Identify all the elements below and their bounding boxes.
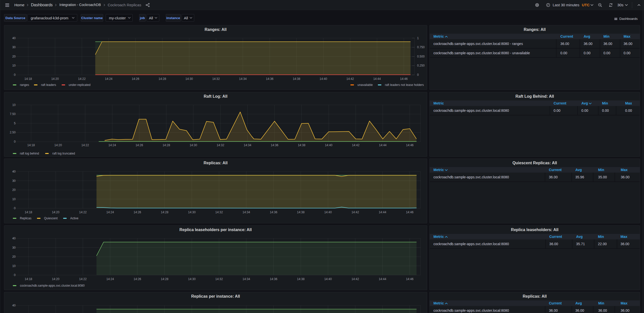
svg-text:20: 20 bbox=[12, 255, 16, 258]
svg-text:Metric: Metric bbox=[433, 34, 444, 38]
svg-text:0.500: 0.500 bbox=[417, 55, 425, 58]
svg-text:14:40: 14:40 bbox=[324, 277, 332, 281]
svg-text:Metric: Metric bbox=[433, 101, 444, 105]
svg-text:20: 20 bbox=[12, 188, 16, 192]
svg-text:0: 0 bbox=[14, 273, 16, 277]
svg-text:14:32: 14:32 bbox=[215, 211, 223, 214]
svg-text:14:40: 14:40 bbox=[324, 211, 332, 214]
svg-text:30: 30 bbox=[12, 45, 16, 49]
svg-text:0.750: 0.750 bbox=[417, 45, 425, 49]
svg-text:14:38: 14:38 bbox=[298, 143, 305, 147]
svg-text:14:20: 14:20 bbox=[51, 77, 59, 81]
svg-text:14:26: 14:26 bbox=[134, 211, 141, 214]
svg-text:raft leaders not lease holders: raft leaders not lease holders bbox=[385, 83, 424, 87]
svg-text:14:44: 14:44 bbox=[379, 143, 386, 147]
svg-text:36.00: 36.00 bbox=[575, 308, 584, 312]
svg-text:Max: Max bbox=[621, 301, 627, 305]
svg-text:14:28: 14:28 bbox=[161, 211, 168, 214]
svg-text:10: 10 bbox=[12, 197, 16, 201]
svg-text:14:46: 14:46 bbox=[406, 143, 414, 147]
svg-text:14:28: 14:28 bbox=[161, 277, 168, 281]
svg-text:0.00: 0.00 bbox=[624, 51, 630, 55]
svg-text:cockroachdb.sample-apps.svc.cl: cockroachdb.sample-apps.svc.cluster.loca… bbox=[433, 42, 523, 46]
svg-text:0.250: 0.250 bbox=[417, 64, 425, 67]
svg-text:unavailable: unavailable bbox=[357, 83, 373, 87]
svg-text:Current: Current bbox=[549, 301, 562, 305]
svg-text:40: 40 bbox=[12, 237, 16, 240]
svg-text:0: 0 bbox=[14, 206, 16, 210]
svg-text:Metric: Metric bbox=[433, 235, 444, 239]
svg-text:36.00: 36.00 bbox=[549, 242, 558, 246]
svg-text:14:30: 14:30 bbox=[188, 211, 196, 214]
svg-text:14:30: 14:30 bbox=[188, 277, 196, 281]
svg-text:Min: Min bbox=[602, 101, 608, 105]
svg-text:14:32: 14:32 bbox=[212, 77, 220, 81]
svg-text:Max: Max bbox=[621, 235, 627, 239]
svg-text:14:26: 14:26 bbox=[132, 77, 139, 81]
svg-text:0.00: 0.00 bbox=[554, 109, 560, 113]
svg-text:Max: Max bbox=[625, 101, 632, 105]
svg-text:36.00: 36.00 bbox=[621, 175, 630, 179]
svg-text:14:30: 14:30 bbox=[185, 77, 193, 81]
svg-text:14:44: 14:44 bbox=[379, 211, 386, 214]
svg-text:14:18: 14:18 bbox=[27, 143, 35, 147]
svg-text:cockroachdb.sample-apps.svc.cl: cockroachdb.sample-apps.svc.cluster.loca… bbox=[433, 175, 509, 179]
svg-text:36.00: 36.00 bbox=[621, 308, 629, 312]
svg-text:0.00: 0.00 bbox=[584, 51, 590, 55]
svg-text:ranges: ranges bbox=[20, 83, 29, 87]
svg-text:Current: Current bbox=[549, 235, 562, 239]
svg-text:under-replicated: under-replicated bbox=[69, 83, 91, 87]
svg-text:Quiescent: Quiescent bbox=[44, 217, 58, 220]
svg-text:14:24: 14:24 bbox=[105, 77, 112, 81]
svg-text:1: 1 bbox=[417, 36, 419, 40]
svg-text:Current: Current bbox=[560, 34, 573, 38]
svg-text:22.00: 22.00 bbox=[598, 242, 607, 246]
svg-text:raft log truncated: raft log truncated bbox=[52, 152, 75, 155]
svg-text:14:42: 14:42 bbox=[352, 143, 359, 147]
svg-text:40: 40 bbox=[12, 36, 16, 40]
svg-text:cockroachdb.sample-apps.svc.cl: cockroachdb.sample-apps.svc.cluster.loca… bbox=[433, 109, 509, 113]
svg-text:Max: Max bbox=[621, 168, 628, 172]
svg-text:10: 10 bbox=[12, 103, 16, 107]
svg-text:Avg: Avg bbox=[584, 34, 590, 38]
svg-text:raft leaders: raft leaders bbox=[41, 83, 56, 87]
svg-text:14:26: 14:26 bbox=[136, 143, 143, 147]
svg-text:14:20: 14:20 bbox=[54, 143, 62, 147]
svg-text:Avg: Avg bbox=[575, 301, 582, 305]
svg-text:14:30: 14:30 bbox=[190, 143, 197, 147]
svg-text:raft log behind: raft log behind bbox=[20, 152, 39, 155]
svg-text:14:46: 14:46 bbox=[400, 77, 408, 81]
svg-text:14:32: 14:32 bbox=[217, 143, 224, 147]
svg-text:14:22: 14:22 bbox=[78, 77, 86, 81]
svg-text:36.00: 36.00 bbox=[549, 175, 558, 179]
svg-text:cockroachdb.sample-apps.svc.cl: cockroachdb.sample-apps.svc.cluster.loca… bbox=[433, 242, 509, 246]
svg-text:7.50: 7.50 bbox=[10, 112, 16, 116]
svg-text:14:38: 14:38 bbox=[297, 211, 305, 214]
svg-text:14:44: 14:44 bbox=[379, 277, 386, 281]
svg-text:14:22: 14:22 bbox=[82, 143, 89, 147]
svg-text:Metric: Metric bbox=[433, 168, 444, 172]
svg-text:14:20: 14:20 bbox=[52, 277, 59, 281]
svg-text:14:36: 14:36 bbox=[270, 211, 277, 214]
svg-text:Avg: Avg bbox=[581, 101, 588, 105]
svg-text:0: 0 bbox=[417, 73, 419, 77]
svg-text:14:32: 14:32 bbox=[215, 277, 223, 281]
svg-text:30: 30 bbox=[12, 179, 16, 183]
svg-text:35.71: 35.71 bbox=[576, 242, 585, 246]
svg-text:2.50: 2.50 bbox=[10, 131, 16, 134]
svg-text:Avg: Avg bbox=[576, 235, 583, 239]
svg-text:40: 40 bbox=[12, 170, 16, 173]
svg-text:14:24: 14:24 bbox=[108, 143, 116, 147]
svg-text:35.96: 35.96 bbox=[575, 175, 584, 179]
svg-text:cockroachdb.sample-apps.svc.cl: cockroachdb.sample-apps.svc.cluster.loca… bbox=[433, 308, 509, 312]
svg-text:14:36: 14:36 bbox=[270, 277, 277, 281]
svg-text:14:34: 14:34 bbox=[243, 211, 250, 214]
svg-text:36.00: 36.00 bbox=[549, 308, 558, 312]
svg-text:cockroachdb.sample-apps.svc.cl: cockroachdb.sample-apps.svc.cluster.loca… bbox=[20, 284, 85, 287]
svg-text:Min: Min bbox=[598, 235, 604, 239]
svg-text:40: 40 bbox=[12, 304, 16, 307]
svg-text:10: 10 bbox=[12, 264, 16, 268]
svg-text:10: 10 bbox=[12, 64, 16, 67]
svg-text:36.00: 36.00 bbox=[560, 42, 569, 46]
svg-text:14:24: 14:24 bbox=[106, 211, 114, 214]
